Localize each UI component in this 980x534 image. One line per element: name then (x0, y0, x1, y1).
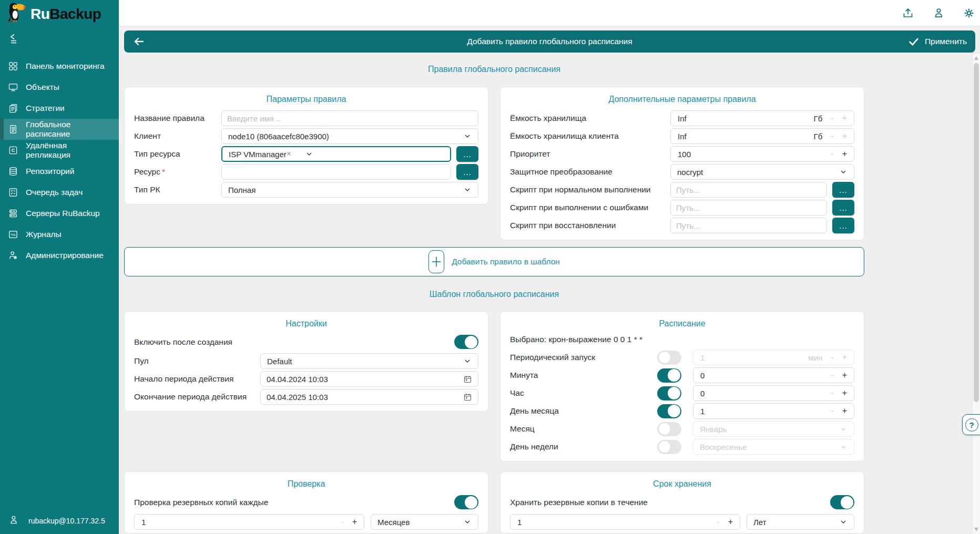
script-error-more-button[interactable]: ... (832, 200, 854, 215)
help-button[interactable]: ? (962, 414, 980, 435)
sidebar-item-repository[interactable]: Репозиторий (0, 161, 119, 182)
client-capacity-label: Ёмкость хранилища клиента (510, 131, 670, 141)
toggle-knob (841, 496, 853, 509)
required-asterisk: * (162, 167, 165, 176)
pool-select[interactable]: Default (260, 353, 478, 369)
client-select[interactable]: node10 (806aacefc80e3900) (221, 128, 478, 144)
scroll-up-icon[interactable] (974, 56, 978, 60)
priority-input[interactable]: 100 - + (670, 146, 854, 162)
sidebar-item-label: Панель мониторинга (26, 61, 105, 71)
sidebar-item-logs[interactable]: log Журналы (0, 224, 119, 245)
enable-after-toggle[interactable] (454, 335, 478, 349)
check-interval-input[interactable]: 1 - + (134, 514, 364, 530)
script-restore-input[interactable] (670, 218, 827, 233)
sidebar-item-label: Очередь задач (26, 188, 83, 197)
increment-button[interactable]: + (352, 518, 357, 526)
decrement-button[interactable]: - (831, 389, 833, 397)
backup-type-label: Тип РК (134, 185, 221, 194)
resource-type-more-button[interactable]: ... (456, 146, 478, 162)
month-day-toggle[interactable] (657, 404, 681, 418)
decrement-button[interactable]: - (831, 371, 833, 379)
increment-button[interactable]: + (842, 371, 847, 379)
retention-interval-input[interactable]: 1 - + (510, 514, 740, 530)
calendar-icon[interactable] (463, 393, 472, 402)
sidebar-item-label: Журналы (26, 230, 62, 239)
period-end-input[interactable]: 04.04.2025 10:03 (260, 389, 478, 405)
upload-icon[interactable] (901, 6, 915, 20)
client-capacity-input[interactable]: Inf Гб - + (670, 128, 854, 144)
decrement-button[interactable]: - (341, 518, 343, 526)
hour-label: Час (510, 388, 657, 398)
period-start-input[interactable]: 04.04.2024 10:03 (260, 371, 478, 387)
logs-icon: log (7, 229, 19, 240)
decrement-button[interactable]: - (831, 114, 833, 122)
toggle-knob (465, 336, 477, 348)
calendar-icon[interactable] (463, 375, 472, 384)
vertical-scrollbar[interactable] (972, 53, 980, 534)
script-error-input[interactable] (670, 200, 827, 215)
decrement-button: - (831, 353, 833, 362)
current-user[interactable]: rubackup@10.177.32.5 (0, 515, 119, 527)
sidebar-item-strategies[interactable]: Стратегии (0, 98, 119, 119)
script-normal-more-button[interactable]: ... (832, 182, 854, 198)
retention-unit-select[interactable]: Лет (747, 514, 854, 530)
sidebar-item-monitoring[interactable]: Панель мониторинга (0, 56, 119, 77)
scrollbar-thumb[interactable] (974, 63, 979, 402)
week-day-toggle[interactable] (657, 440, 681, 454)
sidebar-item-administration[interactable]: Администрирование (0, 245, 119, 266)
sidebar-item-servers[interactable]: Серверы RuBackup (0, 203, 119, 224)
minute-input[interactable]: 0 - + (693, 367, 854, 383)
documents-icon (7, 102, 19, 114)
resource-more-button[interactable]: ... (456, 164, 478, 180)
periodic-run-toggle[interactable] (657, 351, 681, 365)
chevron-down-icon (463, 132, 472, 140)
page-header: Добавить правило глобального расписания … (124, 30, 975, 53)
backup-type-select[interactable]: Полная (221, 182, 478, 198)
account-icon[interactable] (932, 6, 945, 20)
decrement-button[interactable]: - (831, 150, 833, 158)
month-toggle[interactable] (657, 422, 681, 436)
increment-button[interactable]: + (728, 518, 733, 526)
sidebar-collapse-button[interactable] (0, 25, 26, 46)
check-unit-select[interactable]: Месяцев (371, 514, 478, 530)
minute-toggle[interactable] (657, 368, 681, 383)
increment-button[interactable]: + (842, 407, 847, 415)
client-label: Клиент (134, 131, 221, 141)
rule-name-input[interactable] (221, 110, 478, 126)
retention-toggle[interactable] (830, 495, 854, 509)
transform-select[interactable]: nocrypt (670, 164, 854, 180)
scroll-down-icon[interactable] (974, 528, 978, 531)
admin-user-gear-icon (7, 250, 19, 261)
clear-icon[interactable]: × (287, 150, 291, 158)
chevron-down-icon (305, 150, 313, 158)
week-day-select: Воскресенье (693, 439, 854, 455)
database-icon (7, 166, 19, 177)
script-restore-more-button[interactable]: ... (832, 218, 854, 233)
month-day-input[interactable]: 1 - + (693, 403, 854, 419)
capacity-input[interactable]: Inf Гб - + (670, 110, 854, 126)
chevron-down-icon (463, 518, 472, 526)
sidebar-item-label: Репозиторий (26, 167, 74, 176)
settings-gear-icon[interactable] (962, 6, 976, 20)
decrement-button[interactable]: - (717, 518, 719, 526)
script-normal-input[interactable] (670, 182, 827, 198)
sidebar-item-remote-replication[interactable]: C Удалённая репликация (0, 140, 119, 161)
resource-type-combobox[interactable]: ISP VMmanager × (221, 146, 451, 162)
back-button[interactable] (132, 35, 149, 48)
apply-button[interactable]: Применить (908, 36, 967, 47)
resource-input[interactable] (221, 164, 451, 180)
increment-button[interactable]: + (842, 150, 847, 158)
increment-button[interactable]: + (842, 132, 847, 140)
sidebar-item-objects[interactable]: Объекты (0, 77, 119, 98)
add-rule-to-template-button[interactable]: Добавить правило в шаблон (124, 247, 864, 276)
replication-icon: C (7, 145, 19, 156)
check-toggle[interactable] (454, 495, 478, 509)
sidebar-item-global-schedule[interactable]: Глобальное расписание (0, 119, 119, 140)
hour-input[interactable]: 0 - + (693, 385, 854, 401)
decrement-button[interactable]: - (831, 407, 833, 415)
hour-toggle[interactable] (657, 386, 681, 400)
increment-button[interactable]: + (842, 389, 847, 397)
increment-button[interactable]: + (842, 114, 847, 122)
sidebar-item-task-queue[interactable]: Очередь задач (0, 182, 119, 203)
decrement-button[interactable]: - (831, 132, 833, 140)
